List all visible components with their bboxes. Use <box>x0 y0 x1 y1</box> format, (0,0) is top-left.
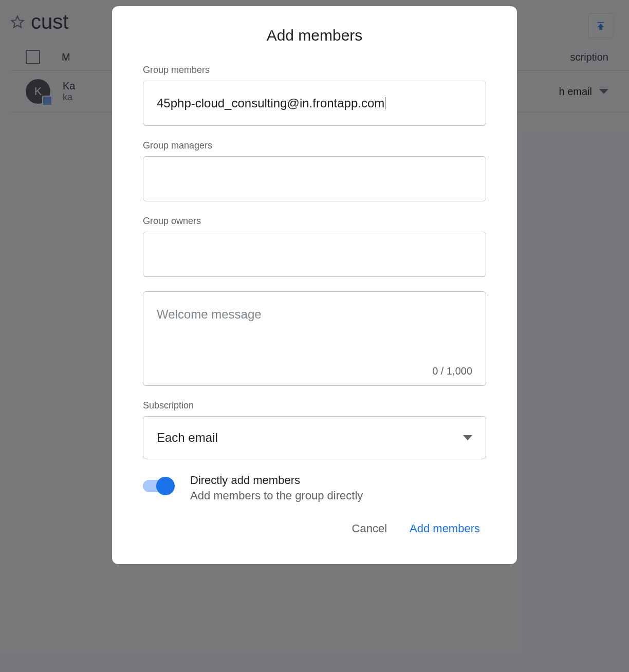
group-members-label: Group members <box>143 65 486 76</box>
dialog-actions: Cancel Add members <box>143 519 486 538</box>
subscription-label: Subscription <box>143 400 486 411</box>
welcome-placeholder: Welcome message <box>157 307 262 322</box>
add-members-button[interactable]: Add members <box>408 519 482 538</box>
group-owners-input[interactable] <box>143 232 486 277</box>
group-managers-label: Group managers <box>143 140 486 151</box>
toggle-knob <box>156 477 175 495</box>
directly-add-toggle-row: Directly add members Add members to the … <box>143 474 486 502</box>
subscription-select[interactable]: Each email <box>143 416 486 459</box>
directly-add-toggle[interactable] <box>143 480 174 492</box>
subscription-value: Each email <box>157 431 218 445</box>
welcome-message-input[interactable]: Welcome message 0 / 1,000 <box>143 291 486 386</box>
group-owners-label: Group owners <box>143 216 486 227</box>
group-members-value: 45php-cloud_consulting@in.frontapp.com <box>157 96 384 110</box>
group-members-input[interactable]: 45php-cloud_consulting@in.frontapp.com <box>143 81 486 126</box>
add-members-dialog: Add members Group members 45php-cloud_co… <box>112 6 517 564</box>
welcome-counter: 0 / 1,000 <box>432 365 472 377</box>
group-managers-input[interactable] <box>143 156 486 201</box>
toggle-title: Directly add members <box>190 474 363 487</box>
modal-overlay: Add members Group members 45php-cloud_co… <box>0 0 629 672</box>
toggle-subtitle: Add members to the group directly <box>190 489 363 502</box>
chevron-down-icon <box>463 435 472 440</box>
dialog-title: Add members <box>143 27 486 44</box>
cancel-button[interactable]: Cancel <box>350 519 389 538</box>
toggle-text: Directly add members Add members to the … <box>190 474 363 502</box>
